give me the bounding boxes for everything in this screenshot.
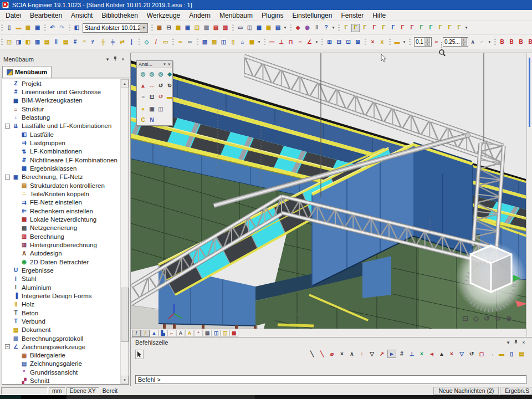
tree-item-teile-knoten-koppeln[interactable]: ∴Teile/Knoten koppeln xyxy=(2,190,129,198)
palette-close-icon[interactable]: × xyxy=(168,62,171,67)
open-project[interactable]: ▬ xyxy=(14,24,23,32)
layers[interactable]: ⊟ xyxy=(165,24,173,32)
undo[interactable]: ↶ xyxy=(48,24,57,32)
move-entity[interactable]: ◫ xyxy=(219,38,228,46)
menu-werkzeuge[interactable]: Werkzeuge xyxy=(142,11,185,21)
menu-fenster[interactable]: Fenster xyxy=(336,11,368,21)
copy-paste[interactable]: ⊞ xyxy=(325,38,334,46)
tree-item-strukturdaten-kontrollieren[interactable]: ▤Strukturdaten kontrollieren xyxy=(2,181,129,190)
viewport-right-scrollbar[interactable] xyxy=(526,53,532,337)
tree-item-aluminium[interactable]: IAluminium xyxy=(2,283,129,291)
fly-mode[interactable]: x xyxy=(378,38,386,46)
tree-item-beton[interactable]: TBeton xyxy=(2,309,129,317)
tree-collapse-icon[interactable]: − xyxy=(5,344,10,349)
disconnect-members[interactable]: ╪ xyxy=(109,38,117,46)
small-ruler[interactable]: ⌐ xyxy=(478,38,487,46)
view-top[interactable]: ◎ xyxy=(139,70,147,78)
zoom-extents-icon[interactable]: ⊡ xyxy=(462,314,468,323)
overflow-arrow-icon[interactable]: ▾ xyxy=(331,25,336,30)
paste[interactable]: ◫ xyxy=(193,24,201,32)
tree-item-verbund[interactable]: TVerbund xyxy=(2,317,129,325)
tree-item-lastf-lle-und-lf-kombinationen[interactable]: −⇊Lastfälle und LF-Kombinationen xyxy=(2,122,129,130)
pencil-light[interactable]: / xyxy=(132,330,141,337)
view-parallel[interactable]: ∞ xyxy=(176,38,185,46)
opening[interactable]: Γ xyxy=(417,24,426,32)
cmd-menu-icon[interactable]: ▾ xyxy=(504,340,512,345)
light-bulb[interactable]: ● xyxy=(139,105,147,112)
scroll-thumb[interactable] xyxy=(121,288,129,342)
snap-g[interactable]: → xyxy=(487,350,496,358)
paste-link[interactable]: ⊠ xyxy=(354,38,362,46)
dock-menu-icon[interactable]: ▾ xyxy=(104,57,111,62)
copy-picture[interactable]: ◫ xyxy=(157,105,165,112)
redo[interactable]: ↷ xyxy=(58,24,66,32)
snap-line-1[interactable]: ╲ xyxy=(308,350,316,358)
snap-f[interactable]: ◻ xyxy=(477,350,486,358)
scroll-down-icon[interactable]: ▼ xyxy=(121,376,129,384)
member-2d[interactable]: Γ xyxy=(351,24,360,32)
haunch[interactable]: Γ xyxy=(446,24,454,32)
polyline[interactable]: | xyxy=(127,38,136,46)
spin-up-icon[interactable]: ▲ xyxy=(424,38,430,42)
new-document[interactable]: ▯ xyxy=(5,24,13,32)
tree-item-hintergrundberechnung[interactable]: ▥Hintergrundberechnung xyxy=(2,241,129,249)
pan-view[interactable]: ↔ xyxy=(148,81,156,89)
view-glasses[interactable]: ∞ xyxy=(186,38,194,46)
plate[interactable]: Γ xyxy=(398,24,407,32)
snap-point[interactable]: ∧ xyxy=(347,350,356,358)
tree-collapse-icon[interactable]: − xyxy=(5,124,10,129)
tree-scrollbar[interactable]: ▲ ▼ xyxy=(120,79,129,384)
overflow-arrow-icon[interactable]: ▾ xyxy=(464,25,469,30)
overflow-arrow-icon[interactable]: ▾ xyxy=(402,40,407,44)
pencil-yellow[interactable]: / xyxy=(141,330,150,337)
scroll-up-icon[interactable]: ▲ xyxy=(121,79,129,88)
overflow-arrow-icon[interactable]: ▾ xyxy=(487,40,492,44)
flag[interactable]: ⌐ xyxy=(167,330,176,337)
tree-item-holz[interactable]: ‖Holz xyxy=(2,300,129,309)
project-dropdown[interactable]: Stand Kolster 10.01.20 20▼ xyxy=(83,23,148,33)
load-panel[interactable]: Γ xyxy=(361,24,369,32)
label-abc[interactable]: A xyxy=(176,330,185,337)
align[interactable]: ≡ xyxy=(80,38,89,46)
tree-item-belastung[interactable]: ↓Belastung xyxy=(2,113,129,121)
menu-plugins[interactable]: Plugins xyxy=(257,11,288,21)
scale-spinner[interactable]: 0.1▲▼ xyxy=(414,37,432,47)
tree-item-rechenkern-einstellen[interactable]: ⇇Rechenkern einstellen xyxy=(2,207,129,215)
snap-e[interactable]: ↺ xyxy=(467,350,476,358)
spin-down-icon[interactable]: ▼ xyxy=(424,42,430,47)
column[interactable]: Γ xyxy=(380,24,388,32)
label-abc-paint[interactable]: A xyxy=(185,330,194,337)
trim[interactable]: ▤ xyxy=(43,38,51,46)
menu-bearbeiten[interactable]: Bearbeiten xyxy=(25,11,66,21)
zoom-cursor[interactable]: ▲ xyxy=(139,81,147,89)
connect-members[interactable]: ╫ xyxy=(99,38,108,46)
zoom-window[interactable]: ⊡ xyxy=(148,93,156,100)
scale-entity[interactable]: ⌂ xyxy=(238,38,247,46)
zoom-out[interactable]: ↺ xyxy=(157,93,165,100)
tree-item-fe-netz-einstellen[interactable]: ⇉FE-Netz einstellen xyxy=(2,198,129,207)
grid-lines[interactable]: ⊥ xyxy=(407,350,416,358)
tree-item-struktur[interactable]: ⌂Struktur xyxy=(2,105,129,113)
clipboard[interactable]: ▣ xyxy=(183,24,192,32)
tree-item-zeichnungswerkzeuge[interactable]: −∠Zeichnungswerkzeuge xyxy=(2,342,129,351)
dock-pin-icon[interactable] xyxy=(111,56,119,63)
tree-item-berechnungsprotokoll[interactable]: ▦Berechnungsprotokoll xyxy=(2,334,129,342)
snap-b[interactable]: ▲ xyxy=(437,350,446,358)
grid-view-2[interactable]: ◫ xyxy=(221,330,229,337)
tree-item-lastf-lle[interactable]: ◧Lastfälle xyxy=(2,130,129,139)
delete-red[interactable]: × xyxy=(369,38,377,46)
orbit-right-icon[interactable]: ↻ xyxy=(495,314,501,323)
close-window[interactable]: ◧ xyxy=(73,24,81,32)
rib[interactable]: Γ xyxy=(436,24,444,32)
bg-color[interactable]: C xyxy=(139,116,147,124)
print[interactable]: ▭ xyxy=(236,24,244,32)
orbit-left-icon[interactable]: ↺ xyxy=(484,314,490,323)
snap-i[interactable]: ▯ xyxy=(507,350,516,358)
stretch[interactable]: # xyxy=(71,38,79,46)
menu-datei[interactable]: Datei xyxy=(1,11,25,21)
tree-item-lastgruppen[interactable]: ⇉Lastgruppen xyxy=(2,139,129,147)
beam-b2[interactable]: B xyxy=(508,38,516,46)
tree-item-bim-werkzeugkasten[interactable]: ▦BIM-Werkzeugkasten xyxy=(2,96,129,105)
copy-add[interactable]: ▧ xyxy=(201,38,209,46)
status-unit[interactable]: mm xyxy=(49,387,65,395)
